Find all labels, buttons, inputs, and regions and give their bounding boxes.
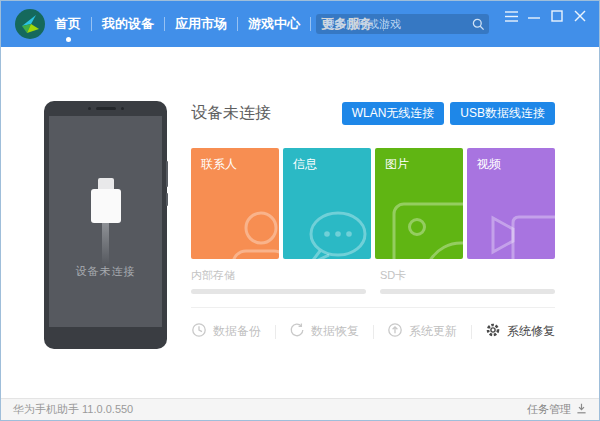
tile-messages[interactable]: 信息 bbox=[283, 148, 371, 259]
actions-row: 数据备份 数据恢复 bbox=[191, 322, 555, 341]
action-divider bbox=[275, 325, 276, 339]
title-bar: 首页 我的设备 应用市场 游戏中心 更多服务 bbox=[1, 1, 599, 47]
search-box bbox=[316, 14, 489, 34]
usb-connect-button[interactable]: USB数据线连接 bbox=[450, 102, 555, 125]
connect-buttons: WLAN无线连接 USB数据线连接 bbox=[342, 102, 555, 125]
device-disconnected-text: 设备未连接 bbox=[49, 264, 162, 279]
nav-label: 应用市场 bbox=[175, 15, 227, 33]
data-restore-button[interactable]: 数据恢复 bbox=[289, 322, 359, 341]
tile-contacts[interactable]: 联系人 bbox=[191, 148, 279, 259]
contacts-icon bbox=[213, 209, 279, 259]
tile-label: 视频 bbox=[477, 156, 501, 173]
messages-icon bbox=[293, 207, 371, 259]
maximize-icon[interactable] bbox=[550, 9, 564, 23]
section-divider bbox=[191, 307, 555, 308]
menu-icon[interactable] bbox=[504, 9, 518, 23]
storage-label: SD卡 bbox=[380, 268, 555, 283]
tile-pictures[interactable]: 图片 bbox=[375, 148, 463, 259]
phone-earpiece bbox=[44, 107, 167, 110]
action-label: 系统修复 bbox=[507, 323, 555, 340]
usb-cable bbox=[102, 223, 109, 265]
sd-card-storage: SD卡 bbox=[380, 268, 555, 294]
action-divider bbox=[373, 325, 374, 339]
app-version-text: 华为手机助手 11.0.0.550 bbox=[13, 402, 133, 417]
pictures-icon bbox=[391, 201, 463, 259]
phone-screen: 设备未连接 bbox=[49, 116, 162, 327]
app-window: 首页 我的设备 应用市场 游戏中心 更多服务 bbox=[0, 0, 600, 421]
action-label: 数据备份 bbox=[213, 323, 261, 340]
nav-label: 游戏中心 bbox=[248, 15, 300, 33]
tile-label: 图片 bbox=[385, 156, 409, 173]
wlan-connect-button[interactable]: WLAN无线连接 bbox=[342, 102, 445, 125]
status-bar: 华为手机助手 11.0.0.550 任务管理 bbox=[1, 398, 599, 420]
nav-item-my-device[interactable]: 我的设备 bbox=[92, 1, 164, 47]
action-divider bbox=[471, 325, 472, 339]
close-icon[interactable] bbox=[573, 9, 587, 23]
sd-card-storage-bar bbox=[380, 289, 555, 294]
tile-label: 信息 bbox=[293, 156, 317, 173]
storage-section: 内部存储 SD卡 bbox=[191, 268, 555, 294]
task-manager-button[interactable]: 任务管理 bbox=[527, 402, 587, 417]
category-tiles: 联系人 信息 bbox=[191, 148, 555, 259]
tile-videos[interactable]: 视频 bbox=[467, 148, 555, 259]
internal-storage: 内部存储 bbox=[191, 268, 366, 294]
repair-gear-icon bbox=[485, 322, 501, 341]
data-backup-button[interactable]: 数据备份 bbox=[191, 322, 261, 341]
backup-clock-icon bbox=[191, 322, 207, 341]
restore-icon bbox=[289, 322, 305, 341]
nav-item-app-market[interactable]: 应用市场 bbox=[165, 1, 237, 47]
nav-item-game-center[interactable]: 游戏中心 bbox=[238, 1, 310, 47]
minimize-icon[interactable] bbox=[527, 9, 541, 23]
hisuite-logo-icon bbox=[15, 9, 45, 39]
system-repair-button[interactable]: 系统修复 bbox=[485, 322, 555, 341]
task-manager-label: 任务管理 bbox=[527, 402, 571, 417]
storage-label: 内部存储 bbox=[191, 268, 366, 283]
search-input[interactable] bbox=[316, 18, 472, 30]
internal-storage-bar bbox=[191, 289, 366, 294]
search-icon[interactable] bbox=[472, 18, 485, 31]
page-title: 设备未连接 bbox=[191, 103, 271, 124]
active-indicator-dot bbox=[66, 37, 71, 42]
tile-label: 联系人 bbox=[201, 156, 237, 173]
videos-icon bbox=[483, 207, 555, 259]
download-icon bbox=[576, 403, 587, 416]
window-controls bbox=[504, 9, 587, 23]
phone-volume-button bbox=[166, 161, 168, 187]
update-icon bbox=[387, 322, 403, 341]
usb-plug-body bbox=[91, 189, 121, 223]
phone-power-button bbox=[166, 193, 168, 206]
nav-label: 我的设备 bbox=[102, 15, 154, 33]
nav-label: 首页 bbox=[55, 15, 81, 33]
phone-illustration: 设备未连接 bbox=[44, 101, 167, 349]
system-update-button[interactable]: 系统更新 bbox=[387, 322, 457, 341]
action-label: 数据恢复 bbox=[311, 323, 359, 340]
nav-item-home[interactable]: 首页 bbox=[45, 1, 91, 47]
action-label: 系统更新 bbox=[409, 323, 457, 340]
